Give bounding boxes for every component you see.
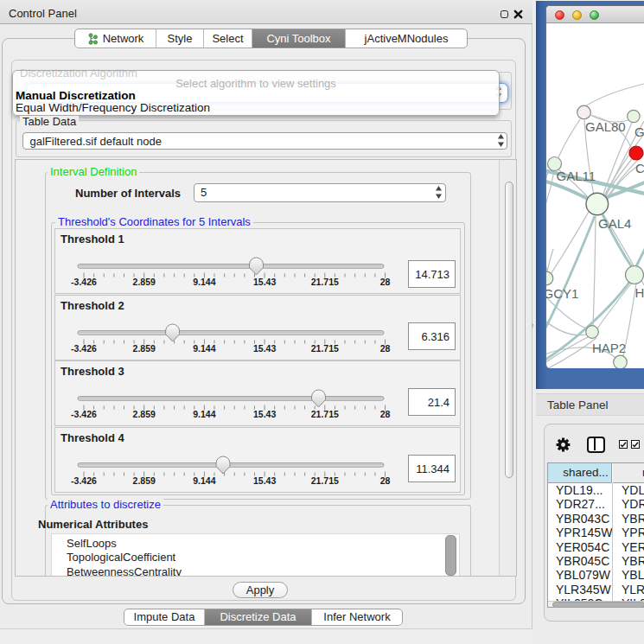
svg-text:2.859: 2.859 bbox=[133, 409, 156, 419]
svg-text:15.43: 15.43 bbox=[253, 343, 276, 354]
svg-text:2.859: 2.859 bbox=[133, 475, 156, 486]
svg-text:21.715: 21.715 bbox=[311, 475, 339, 486]
svg-text:28: 28 bbox=[380, 277, 391, 287]
svg-text:21.715: 21.715 bbox=[311, 409, 339, 419]
svg-text:GCY1: GCY1 bbox=[546, 286, 578, 301]
svg-text:HAP2: HAP2 bbox=[592, 341, 626, 355]
svg-text:-3.426: -3.426 bbox=[71, 475, 97, 486]
svg-text:H: H bbox=[635, 285, 644, 300]
svg-text:G: G bbox=[634, 124, 644, 139]
svg-text:21.715: 21.715 bbox=[311, 343, 339, 354]
svg-text:GAL4: GAL4 bbox=[598, 216, 631, 231]
svg-text:9.144: 9.144 bbox=[193, 277, 215, 287]
svg-text:15.43: 15.43 bbox=[253, 277, 276, 287]
svg-text:9.144: 9.144 bbox=[193, 475, 215, 486]
svg-text:-3.426: -3.426 bbox=[71, 277, 97, 287]
svg-text:GAL80: GAL80 bbox=[585, 119, 626, 134]
svg-text:9.144: 9.144 bbox=[193, 343, 215, 354]
svg-text:-3.426: -3.426 bbox=[71, 409, 97, 419]
svg-text:28: 28 bbox=[380, 409, 391, 419]
svg-text:9.144: 9.144 bbox=[193, 409, 215, 419]
svg-text:21.715: 21.715 bbox=[311, 277, 339, 287]
svg-text:GAL11: GAL11 bbox=[557, 169, 596, 183]
svg-text:15.43: 15.43 bbox=[253, 475, 276, 486]
svg-text:C: C bbox=[635, 161, 644, 175]
svg-text:2.859: 2.859 bbox=[133, 277, 156, 287]
svg-text:28: 28 bbox=[380, 343, 391, 354]
svg-text:-3.426: -3.426 bbox=[71, 343, 97, 354]
svg-text:15.43: 15.43 bbox=[253, 409, 276, 419]
svg-text:28: 28 bbox=[380, 475, 391, 486]
svg-text:2.859: 2.859 bbox=[133, 343, 156, 354]
